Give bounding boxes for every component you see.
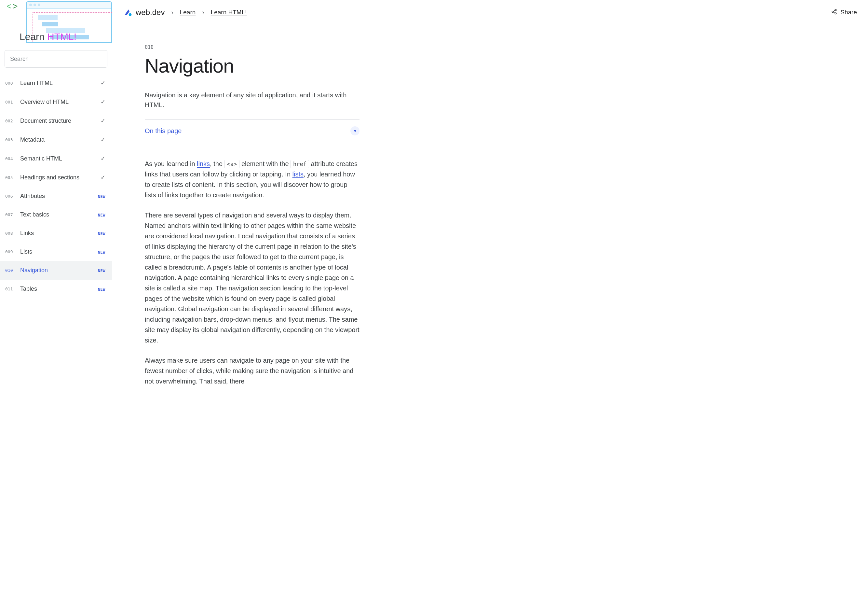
nav-item-number: 007 (5, 212, 14, 217)
share-icon (831, 9, 837, 16)
course-hero: <> Learn HTML! (0, 0, 112, 45)
sidebar-item-overview-of-html[interactable]: 001Overview of HTML✓ (0, 92, 112, 111)
course-nav: 000Learn HTML✓001Overview of HTML✓002Doc… (0, 71, 112, 614)
brand-name: web.dev (136, 8, 164, 17)
paragraph-3: Always make sure users can navigate to a… (145, 355, 360, 386)
link-links[interactable]: links (197, 160, 210, 167)
code-href: href (290, 160, 309, 168)
new-badge: NEW (95, 249, 105, 255)
nav-item-label: Metadata (20, 137, 88, 143)
nav-item-number: 002 (5, 118, 14, 123)
new-badge: NEW (95, 211, 105, 218)
toc-label: On this page (145, 127, 181, 135)
share-button[interactable]: Share (831, 9, 857, 16)
nav-item-number: 006 (5, 194, 14, 199)
nav-item-number: 000 (5, 81, 14, 85)
svg-point-2 (832, 11, 834, 12)
chevron-right-icon: › (171, 9, 173, 16)
crumb-learn-html[interactable]: Learn HTML! (211, 9, 247, 16)
nav-item-label: Semantic HTML (20, 155, 88, 162)
nav-item-label: Links (20, 230, 88, 237)
nav-item-label: Overview of HTML (20, 99, 88, 106)
link-lists[interactable]: lists (293, 171, 304, 178)
sidebar-item-attributes[interactable]: 006AttributesNEW (0, 187, 112, 205)
check-icon: ✓ (95, 117, 105, 124)
hero-chevrons-icon: <> (6, 1, 17, 11)
svg-line-4 (834, 10, 835, 11)
sidebar-item-metadata[interactable]: 003Metadata✓ (0, 130, 112, 149)
svg-point-3 (835, 13, 837, 14)
nav-item-number: 009 (5, 249, 14, 254)
nav-item-label: Navigation (20, 267, 88, 274)
sidebar-item-document-structure[interactable]: 002Document structure✓ (0, 111, 112, 130)
article: 010 Navigation Navigation is a key eleme… (112, 25, 360, 396)
new-badge: NEW (95, 230, 105, 237)
page-title: Navigation (145, 55, 360, 77)
paragraph-2: There are several types of navigation an… (145, 210, 360, 345)
topbar: web.dev › Learn › Learn HTML! Share (112, 0, 868, 25)
nav-item-number: 008 (5, 231, 14, 236)
sidebar-item-navigation[interactable]: 010NavigationNEW (0, 261, 112, 280)
crumb-learn[interactable]: Learn (180, 9, 196, 16)
chevron-down-icon: ▾ (350, 126, 360, 135)
new-badge: NEW (95, 193, 105, 200)
check-icon: ✓ (95, 136, 105, 143)
article-lede: Navigation is a key element of any site … (145, 90, 360, 110)
new-badge: NEW (95, 267, 105, 274)
check-icon: ✓ (95, 174, 105, 181)
toc-toggle[interactable]: On this page ▾ (145, 120, 360, 142)
article-number: 010 (145, 44, 360, 50)
svg-line-5 (834, 12, 835, 13)
new-badge: NEW (95, 286, 105, 292)
check-icon: ✓ (95, 79, 105, 87)
nav-item-label: Learn HTML (20, 80, 88, 87)
sidebar-item-text-basics[interactable]: 007Text basicsNEW (0, 205, 112, 224)
code-a-tag: <a> (225, 160, 240, 168)
nav-item-label: Attributes (20, 193, 88, 200)
brand-logo[interactable]: web.dev (123, 8, 164, 17)
sidebar-item-headings-and-sections[interactable]: 005Headings and sections✓ (0, 168, 112, 187)
sidebar-item-lists[interactable]: 009ListsNEW (0, 242, 112, 261)
nav-item-label: Lists (20, 249, 88, 255)
nav-item-label: Tables (20, 286, 88, 292)
nav-item-number: 011 (5, 286, 14, 291)
breadcrumb: › Learn › Learn HTML! (171, 9, 246, 16)
svg-point-0 (129, 13, 132, 16)
nav-item-number: 010 (5, 268, 14, 273)
sidebar-item-semantic-html[interactable]: 004Semantic HTML✓ (0, 149, 112, 168)
hero-title: Learn HTML! (20, 31, 76, 42)
nav-item-number: 001 (5, 99, 14, 104)
sidebar: <> Learn HTML! 000Learn HTML✓001Overview… (0, 0, 112, 614)
main: web.dev › Learn › Learn HTML! Share 010 … (112, 0, 868, 614)
nav-item-label: Headings and sections (20, 174, 88, 181)
webdev-logo-icon (123, 8, 132, 17)
check-icon: ✓ (95, 155, 105, 162)
chevron-right-icon: › (202, 9, 204, 16)
nav-item-number: 003 (5, 137, 14, 142)
sidebar-item-tables[interactable]: 011TablesNEW (0, 280, 112, 298)
nav-item-number: 004 (5, 156, 14, 161)
sidebar-item-links[interactable]: 008LinksNEW (0, 224, 112, 242)
paragraph-1: As you learned in links, the <a> element… (145, 159, 360, 200)
sidebar-item-learn-html[interactable]: 000Learn HTML✓ (0, 73, 112, 92)
check-icon: ✓ (95, 98, 105, 106)
share-label: Share (840, 9, 857, 16)
nav-item-label: Document structure (20, 118, 88, 124)
nav-item-label: Text basics (20, 211, 88, 218)
search-input[interactable] (5, 50, 107, 68)
nav-item-number: 005 (5, 175, 14, 180)
svg-point-1 (835, 9, 837, 11)
